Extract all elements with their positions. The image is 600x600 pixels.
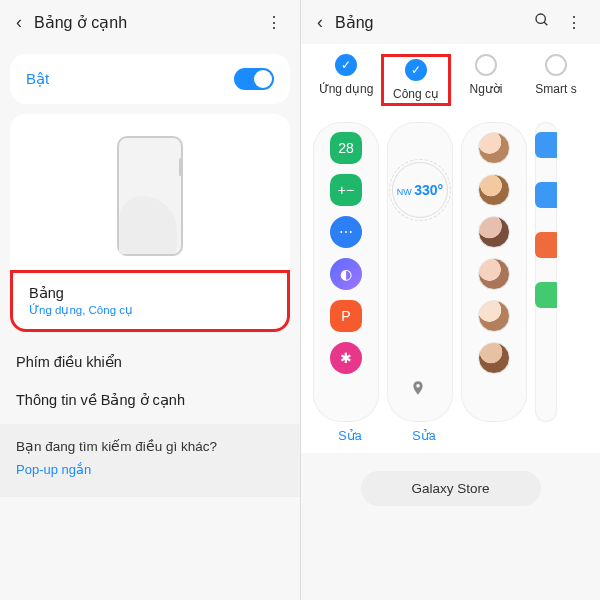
compass-deg: 330° [414,182,443,198]
location-icon [410,380,430,400]
page-title: Bảng ở cạnh [34,13,258,32]
setting-panels-title: Bảng [29,285,271,301]
footer-suggestions: Bạn đang tìm kiếm điều gì khác? Pop-up n… [0,424,300,497]
toggle-label: Bật [26,70,49,88]
search-icon[interactable] [526,8,558,36]
svg-line-1 [544,22,547,25]
circle-icon [545,54,567,76]
tab-people-label: Người [451,82,521,96]
gallery-icon: ✱ [330,342,362,374]
edit-row: Sửa Sửa [301,426,600,453]
setting-controls[interactable]: Phím điều khiển [0,342,300,382]
tab-tools[interactable]: ✓ Công cụ [381,54,451,106]
back-icon[interactable]: ‹ [311,8,329,37]
tile-icon [535,282,557,308]
header-right: ‹ Bảng ⋮ [301,0,600,44]
preview-card: Bảng Ứng dụng, Công cụ [10,114,290,332]
compass-reading: NW 330° [397,182,443,198]
panel-preview-smart[interactable] [535,122,557,422]
svg-point-0 [536,14,545,23]
panel-preview-people[interactable] [461,122,527,422]
edit-link-apps[interactable]: Sửa [313,428,387,443]
avatar [478,300,510,332]
header-left: ‹ Bảng ở cạnh ⋮ [0,0,300,44]
more-icon[interactable]: ⋮ [558,9,590,36]
tab-smart[interactable]: Smart s [521,54,591,106]
tab-smart-label: Smart s [521,82,591,96]
phone-frame [117,136,183,256]
checkmark-icon: ✓ [405,59,427,81]
avatar [478,216,510,248]
wallpaper-blob [119,196,177,254]
setting-about-label: Thông tin về Bảng ở cạnh [16,392,185,408]
footer-link-popup[interactable]: Pop-up ngắn [16,462,284,477]
checkmark-icon: ✓ [335,54,357,76]
toggle-switch[interactable] [234,68,274,90]
tile-icon [535,232,557,258]
avatar [478,174,510,206]
powerpoint-icon: P [330,300,362,332]
messages-icon: ⋯ [330,216,362,248]
bixby-icon: ◐ [330,258,362,290]
avatar [478,342,510,374]
master-toggle-card[interactable]: Bật [10,54,290,104]
tab-apps[interactable]: ✓ Ứng dụng [311,54,381,106]
edge-handle-icon [179,158,182,176]
footer-question: Bạn đang tìm kiếm điều gì khác? [16,438,284,454]
tab-tools-label: Công cụ [386,87,446,101]
panel-type-tabs: ✓ Ứng dụng ✓ Công cụ Người Smart s [301,44,600,110]
tile-icon [535,132,557,158]
panel-preview-tools[interactable]: NW 330° [387,122,453,422]
more-icon[interactable]: ⋮ [258,9,290,36]
calculator-icon: +− [330,174,362,206]
setting-about[interactable]: Thông tin về Bảng ở cạnh [0,382,300,418]
screen-panel-picker: ‹ Bảng ⋮ ✓ Ứng dụng ✓ Công cụ Người Smar… [300,0,600,600]
setting-panels-sub: Ứng dụng, Công cụ [29,303,271,317]
tile-icon [535,182,557,208]
back-icon[interactable]: ‹ [10,8,28,37]
panel-previews: 28 +− ⋯ ◐ P ✱ NW 330° [301,110,600,426]
setting-panels[interactable]: Bảng Ứng dụng, Công cụ [10,270,290,332]
edit-link-tools[interactable]: Sửa [387,428,461,443]
avatar [478,258,510,290]
compass-dir: NW [397,187,412,197]
avatar [478,132,510,164]
tab-apps-label: Ứng dụng [311,82,381,96]
tab-people[interactable]: Người [451,54,521,106]
calendar-icon: 28 [330,132,362,164]
setting-controls-label: Phím điều khiển [16,354,122,370]
circle-icon [475,54,497,76]
galaxy-store-button[interactable]: Galaxy Store [361,471,541,506]
compass-icon: NW 330° [392,162,448,218]
phone-preview [26,118,274,270]
page-title: Bảng [335,13,526,32]
panel-preview-apps[interactable]: 28 +− ⋯ ◐ P ✱ [313,122,379,422]
screen-edge-panels: ‹ Bảng ở cạnh ⋮ Bật Bảng Ứng dụng, Công … [0,0,300,600]
